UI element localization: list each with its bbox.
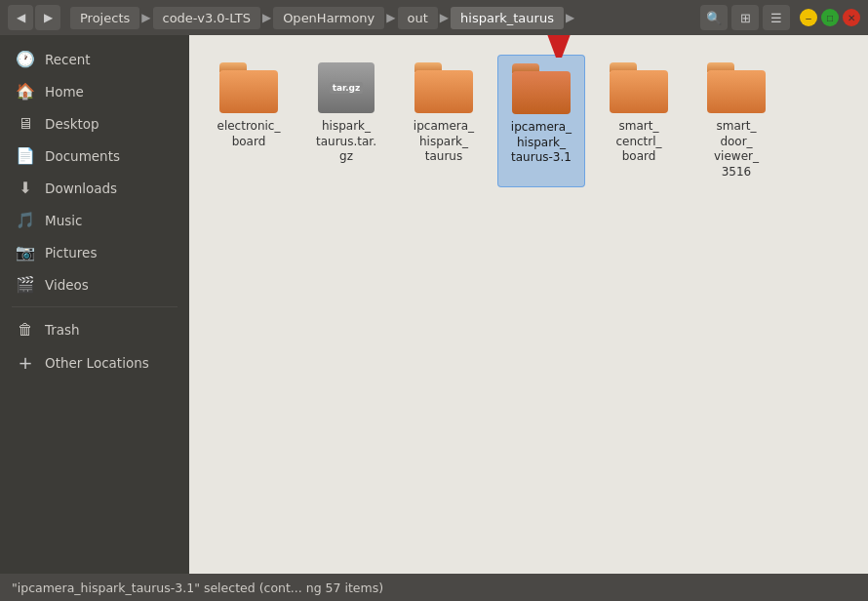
folder-icon-electronic-board — [219, 62, 278, 113]
sidebar-label-documents: Documents — [45, 148, 120, 164]
sidebar-item-other-locations[interactable]: + Other Locations — [4, 346, 185, 379]
red-arrow-svg — [541, 35, 576, 58]
pictures-icon: 📷 — [16, 243, 35, 261]
file-item-hispark-tar[interactable]: tar.gz hispark_taurus.tar.gz — [302, 55, 390, 187]
sidebar-divider — [12, 306, 178, 307]
file-label-smart-door: smart_door_viewer_3516 — [714, 119, 759, 180]
toolbar-actions: 🔍 ⊞ ☰ — [700, 5, 790, 30]
breadcrumb-code[interactable]: code-v3.0-LTS — [153, 7, 260, 29]
folder-body — [707, 70, 766, 113]
sidebar-item-home[interactable]: 🏠 Home — [4, 76, 185, 106]
breadcrumb-openharmony[interactable]: OpenHarmony — [273, 7, 384, 29]
sidebar-label-trash: Trash — [45, 322, 80, 338]
file-label-hispark-tar: hispark_taurus.tar.gz — [316, 119, 376, 165]
sidebar: 🕐 Recent 🏠 Home 🖥 Desktop 📄 Documents ⬇ … — [0, 35, 189, 574]
breadcrumb-next: ▶ — [566, 11, 574, 24]
folder-icon-smart-cenctrl — [610, 62, 668, 113]
file-label-electronic-board: electronic_board — [217, 119, 281, 149]
file-item-smart-door[interactable]: smart_door_viewer_3516 — [692, 55, 780, 187]
breadcrumb-hispark[interactable]: hispark_taurus — [451, 7, 564, 29]
folder-icon-smart-door — [707, 62, 766, 113]
breadcrumb-sep-1: ▶ — [141, 11, 150, 24]
file-item-ipcamera-hispark-31[interactable]: ipcamera_hispark_taurus-3.1 — [497, 55, 585, 187]
file-area[interactable]: electronic_board tar.gz hispark_taurus.t… — [189, 35, 868, 574]
documents-icon: 📄 — [16, 146, 35, 165]
sidebar-item-desktop[interactable]: 🖥 Desktop — [4, 108, 185, 139]
file-label-smart-cenctrl: smart_cenctrl_board — [615, 119, 661, 165]
breadcrumb-projects[interactable]: Projects — [70, 7, 139, 29]
folder-body — [414, 70, 473, 113]
minimize-button[interactable]: – — [800, 9, 817, 26]
desktop-icon: 🖥 — [16, 114, 35, 133]
folder-body — [610, 70, 668, 113]
folder-icon-ipcamera-hispark-31 — [512, 63, 571, 114]
recent-icon: 🕐 — [16, 50, 35, 68]
trash-icon: 🗑 — [16, 320, 35, 339]
file-label-ipcamera-hispark: ipcamera_hispark_taurus — [414, 119, 474, 165]
breadcrumb: Projects ▶ code-v3.0-LTS ▶ OpenHarmony ▶… — [70, 7, 690, 29]
file-item-electronic-board[interactable]: electronic_board — [205, 55, 293, 187]
close-button[interactable]: ✕ — [843, 9, 860, 26]
sidebar-label-pictures: Pictures — [45, 245, 97, 260]
statusbar: "ipcamera_hispark_taurus-3.1" selected (… — [0, 574, 868, 601]
sidebar-label-desktop: Desktop — [45, 116, 99, 132]
breadcrumb-out[interactable]: out — [398, 7, 438, 29]
breadcrumb-sep-4: ▶ — [440, 11, 449, 24]
targz-label: tar.gz — [330, 82, 364, 94]
file-item-smart-cenctrl[interactable]: smart_cenctrl_board — [595, 55, 683, 187]
sidebar-item-recent[interactable]: 🕐 Recent — [4, 44, 185, 74]
main-layout: 🕐 Recent 🏠 Home 🖥 Desktop 📄 Documents ⬇ … — [0, 35, 868, 574]
targz-icon: tar.gz — [318, 62, 375, 113]
maximize-button[interactable]: □ — [821, 9, 839, 26]
view-toggle-button[interactable]: ⊞ — [731, 5, 759, 30]
back-button[interactable]: ◀ — [8, 5, 33, 30]
folder-icon-ipcamera-hispark — [414, 62, 473, 113]
sidebar-label-home: Home — [45, 84, 84, 100]
videos-icon: 🎬 — [16, 275, 35, 294]
status-text: "ipcamera_hispark_taurus-3.1" selected (… — [12, 581, 383, 595]
breadcrumb-sep-2: ▶ — [262, 11, 271, 24]
search-button[interactable]: 🔍 — [700, 5, 728, 30]
downloads-icon: ⬇ — [16, 179, 35, 197]
file-item-ipcamera-hispark[interactable]: ipcamera_hispark_taurus — [400, 55, 488, 187]
music-icon: 🎵 — [16, 211, 35, 229]
menu-button[interactable]: ☰ — [763, 5, 790, 30]
sidebar-label-recent: Recent — [45, 52, 91, 67]
forward-button[interactable]: ▶ — [35, 5, 60, 30]
file-grid: electronic_board tar.gz hispark_taurus.t… — [205, 55, 852, 187]
nav-buttons: ◀ ▶ — [8, 5, 60, 30]
folder-body — [512, 71, 571, 114]
sidebar-item-music[interactable]: 🎵 Music — [4, 205, 185, 235]
sidebar-item-pictures[interactable]: 📷 Pictures — [4, 237, 185, 267]
sidebar-item-videos[interactable]: 🎬 Videos — [4, 269, 185, 300]
sidebar-label-videos: Videos — [45, 277, 89, 293]
folder-body — [219, 70, 278, 113]
sidebar-label-downloads: Downloads — [45, 180, 117, 196]
sidebar-item-trash[interactable]: 🗑 Trash — [4, 314, 185, 344]
home-icon: 🏠 — [16, 82, 35, 100]
sidebar-label-other-locations: Other Locations — [45, 355, 149, 371]
file-label-ipcamera-hispark-31: ipcamera_hispark_taurus-3.1 — [511, 120, 572, 166]
titlebar: ◀ ▶ Projects ▶ code-v3.0-LTS ▶ OpenHarmo… — [0, 0, 868, 35]
sidebar-label-music: Music — [45, 213, 82, 228]
window-controls: – □ ✕ — [800, 9, 860, 26]
other-locations-icon: + — [16, 352, 35, 373]
sidebar-item-downloads[interactable]: ⬇ Downloads — [4, 173, 185, 203]
sidebar-item-documents[interactable]: 📄 Documents — [4, 140, 185, 171]
breadcrumb-sep-3: ▶ — [386, 11, 395, 24]
